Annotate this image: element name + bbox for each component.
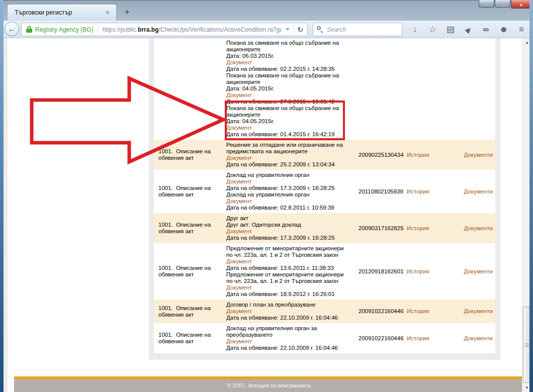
reload-icon[interactable]: ↻: [297, 26, 303, 34]
entry-text: Друг акт: [226, 215, 349, 222]
entry-text: Доклад на управителния орган: [226, 191, 349, 198]
navigation-bar: ← Registry Agency (BG) https://public.br…: [0, 21, 533, 38]
row-entry-number: 20120918162601: [353, 243, 405, 300]
browser-tab[interactable]: Търговски регистър ×: [7, 4, 117, 21]
table-row: 1001. Описание на обявения акт Доклад на…: [154, 170, 495, 213]
window-border-left: [0, 0, 4, 392]
row-description: Доклад на управителния орган за преобраз…: [226, 323, 353, 353]
entry-text: Дата на обявяване: 02.8.2011 г. 10:59:39: [226, 205, 349, 211]
entry-text: Дата на обявяване: 18.9.2012 г. 16:26:01: [226, 291, 349, 298]
document-link[interactable]: Документ: [226, 92, 252, 98]
lock-icon: [26, 26, 32, 33]
row-entry-number: 20110802105939: [353, 170, 405, 213]
scroll-down-icon[interactable]: ▼: [522, 383, 529, 392]
minimize-button[interactable]: –: [479, 0, 494, 8]
footer: © 2007, Агенция по вписванията: [14, 379, 523, 392]
scrollbar-grip: [525, 343, 529, 348]
url-domain: brra.bg: [138, 26, 158, 33]
entry-text: Договор / план за преобразуване: [226, 302, 349, 308]
table-row: 1001. Описание на обявения акт Решение з…: [154, 140, 495, 170]
entry-text: Доклад на управителния орган за преобраз…: [226, 325, 349, 338]
entry-text: Покана за свикване на общо събрание на а…: [226, 72, 349, 85]
document-link[interactable]: Документ: [226, 258, 252, 264]
maximize-button[interactable]: □: [495, 0, 510, 8]
reading-list-icon[interactable]: ▤: [444, 25, 457, 34]
entry-text: Доклад на управителния орган: [226, 172, 349, 178]
documents-link[interactable]: Документи: [464, 335, 493, 342]
close-icon: ×: [520, 3, 523, 8]
documents-link[interactable]: Документи: [464, 268, 493, 275]
history-link[interactable]: История: [407, 152, 429, 158]
documents-link[interactable]: Документи: [464, 188, 493, 195]
document-link[interactable]: Документ: [226, 228, 252, 234]
document-link[interactable]: Документ: [226, 155, 252, 161]
minimize-icon: –: [485, 3, 488, 8]
toolbar-icons: ↓☆▤▶∞☻≡: [405, 21, 531, 38]
entry-text: Дата: 06.03.2015г.: [226, 53, 349, 59]
back-button[interactable]: ←: [5, 22, 19, 36]
privacy-mask-icon[interactable]: ∞: [479, 25, 492, 34]
new-tab-button[interactable]: +: [121, 6, 134, 18]
document-link[interactable]: Документ: [226, 284, 252, 290]
entry-text: Дата на обявяване: 22.10.2009 г. 16:04:4…: [226, 345, 349, 351]
footer-divider: [14, 369, 522, 370]
entry-text: Друг акт: Одиторски доклад: [226, 222, 349, 228]
document-link[interactable]: Документ: [226, 198, 252, 204]
history-link[interactable]: История: [407, 308, 429, 315]
scrollbar-thumb[interactable]: [523, 307, 529, 383]
document-link[interactable]: Документ: [226, 178, 252, 184]
document-link[interactable]: Документ: [226, 308, 252, 314]
entry-text: Дата на обявяване: 02.2.2015 г. 14:28:35: [226, 66, 349, 72]
copyright-text: © 2007, Агенция по вписванията: [227, 382, 310, 388]
history-link[interactable]: История: [407, 335, 429, 342]
download-icon[interactable]: ↓: [408, 25, 421, 34]
page-viewport: Покана за свикване на общо събрание на а…: [4, 38, 529, 392]
documents-link[interactable]: Документи: [464, 225, 493, 232]
scrollbar[interactable]: ▲ ▼: [522, 38, 529, 392]
row-entry-number: 20090225130434: [353, 140, 405, 170]
row-label: 1001. Описание на обявения акт: [154, 140, 226, 170]
results-table: Покана за свикване на общо събрание на а…: [154, 38, 495, 353]
row-description: Решение за отпадане или ограничаване на …: [226, 140, 353, 170]
close-button[interactable]: ×: [511, 0, 531, 9]
history-link[interactable]: История: [407, 225, 429, 232]
search-bar[interactable]: [313, 23, 402, 36]
send-tab-icon[interactable]: ▶: [461, 22, 475, 36]
history-link[interactable]: История: [407, 268, 429, 275]
entry-text: Дата: 04.05.2015г.: [226, 85, 349, 92]
row-entry-number: 20091022160446: [353, 323, 405, 353]
documents-link[interactable]: Документи: [464, 152, 493, 158]
entry-text: Дата на обявяване: 22.10.2009 г. 16:04:4…: [226, 315, 349, 321]
row-description: Доклад на управителния органДокументДата…: [226, 170, 353, 213]
scroll-up-icon[interactable]: ▲: [522, 38, 529, 47]
entry-text: Решение за отпадане или ограничаване на …: [226, 142, 349, 155]
entry-text: Дата на обявяване: 13.6.2011 г. 11:38:33: [226, 265, 349, 271]
documents-link[interactable]: Документи: [464, 308, 493, 315]
history-link[interactable]: История: [407, 188, 429, 195]
url-bar[interactable]: Registry Agency (BG) https://public.brra…: [21, 23, 308, 36]
window-border-right: [529, 0, 533, 392]
tab-title: Търговски регистър: [15, 9, 72, 16]
bookmark-star-icon[interactable]: ☆: [426, 25, 439, 34]
document-link[interactable]: Документ: [226, 59, 252, 65]
table-row: 1001. Описание на обявения акт Договор /…: [154, 300, 495, 323]
site-identity-label[interactable]: Registry Agency (BG): [35, 26, 93, 33]
search-input[interactable]: [327, 26, 398, 33]
results-table-container: Покана за свикване на общо събрание на а…: [149, 38, 500, 360]
tab-close-icon[interactable]: ×: [104, 9, 112, 17]
row-label: 1001. Описание на обявения акт: [154, 213, 226, 243]
menu-icon[interactable]: ≡: [515, 25, 528, 34]
entry-text: Покана за свикване на общо събрание на а…: [226, 40, 349, 53]
row-label: 1001. Описание на обявения акт: [154, 323, 226, 353]
row-entry-number: 20090317162825: [353, 213, 405, 243]
row-label: 1001. Описание на обявения акт: [154, 300, 226, 323]
entry-text: Предложение от миноритарните акционери п…: [226, 245, 349, 258]
url-dropdown-icon[interactable]: [286, 28, 290, 31]
document-link[interactable]: Документ: [226, 338, 252, 344]
entry-text: Дата на обявяване: 17.3.2009 г. 16:28:25: [226, 235, 349, 241]
chat-icon[interactable]: ☻: [497, 25, 510, 34]
search-icon: [317, 26, 324, 33]
table-row: 1001. Описание на обявения акт Предложен…: [154, 243, 495, 300]
url-text[interactable]: https://public.brra.bg/CheckUps/Verifica…: [98, 26, 282, 33]
row-label: 1001. Описание на обявения акт: [154, 243, 226, 300]
